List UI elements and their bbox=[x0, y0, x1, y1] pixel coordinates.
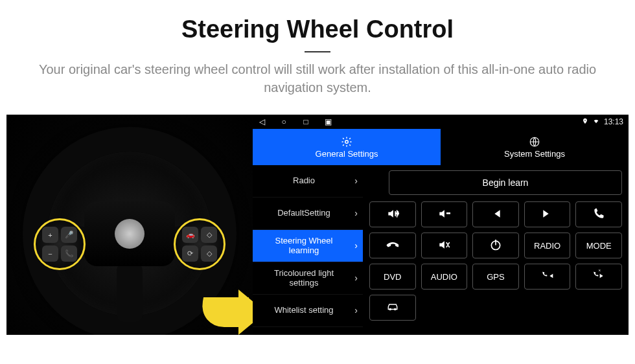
power-button[interactable] bbox=[472, 233, 519, 258]
car-icon bbox=[386, 301, 400, 315]
device-screen: ◁ ○ □ ▣ 13:13 bbox=[253, 115, 629, 335]
begin-learn-label: Begin learn bbox=[483, 177, 529, 188]
next-icon bbox=[541, 207, 554, 222]
vol-up-button[interactable]: + bbox=[369, 201, 416, 227]
location-icon bbox=[582, 117, 588, 126]
mute-icon bbox=[437, 238, 450, 253]
sidebar-label: Steering Wheel learning bbox=[259, 236, 349, 256]
wheel-btn-plus: + bbox=[42, 227, 58, 243]
back-icon[interactable]: ◁ bbox=[258, 117, 266, 126]
car-button[interactable] bbox=[369, 295, 416, 321]
dvd-button[interactable]: DVD bbox=[369, 264, 416, 290]
page-subtitle: Your original car's steering wheel contr… bbox=[26, 60, 609, 97]
screenshot-icon[interactable]: ▣ bbox=[324, 117, 332, 126]
tab-general-label: General Settings bbox=[316, 149, 378, 159]
sidebar: Radio › DefaultSetting › Steering Wheel … bbox=[253, 165, 363, 335]
mute-button[interactable] bbox=[421, 233, 468, 258]
tab-system-settings[interactable]: System Settings bbox=[441, 129, 629, 165]
svg-point-6 bbox=[394, 308, 395, 310]
gps-button[interactable]: GPS bbox=[472, 264, 519, 290]
wheel-btn-diamond2: ◇ bbox=[201, 245, 217, 262]
phone-prev-icon bbox=[541, 269, 554, 284]
audio-button[interactable]: AUDIO bbox=[421, 264, 468, 290]
next-track-button[interactable] bbox=[524, 201, 571, 227]
sidebar-item-steering-wheel[interactable]: Steering Wheel learning › bbox=[253, 230, 363, 262]
vol-down-icon: − bbox=[437, 207, 450, 222]
sidebar-item-whitelist[interactable]: Whitelist setting › bbox=[253, 295, 363, 327]
status-time: 13:13 bbox=[604, 117, 623, 126]
status-bar: ◁ ○ □ ▣ 13:13 bbox=[253, 115, 629, 129]
hangup-button[interactable] bbox=[369, 233, 416, 258]
phone-next-icon bbox=[592, 269, 605, 284]
vol-up-icon: + bbox=[386, 207, 399, 222]
power-icon bbox=[489, 238, 502, 253]
function-button-grid: +−RADIOMODEDVDAUDIOGPS bbox=[369, 201, 622, 290]
svg-point-5 bbox=[389, 308, 391, 310]
sidebar-item-tricoloured[interactable]: Tricoloured light settings › bbox=[253, 262, 363, 295]
svg-point-0 bbox=[345, 140, 349, 143]
sidebar-label: Tricoloured light settings bbox=[259, 269, 349, 288]
tab-general-settings[interactable]: General Settings bbox=[253, 129, 441, 165]
wheel-btn-car: 🚗 bbox=[182, 227, 198, 243]
chevron-right-icon: › bbox=[354, 273, 358, 283]
home-icon[interactable]: ○ bbox=[280, 117, 288, 126]
main-panel: Begin learn +−RADIOMODEDVDAUDIOGPS bbox=[363, 165, 629, 335]
sidebar-label: DefaultSetting bbox=[277, 209, 330, 218]
wheel-btn-voice: 🎤 bbox=[61, 227, 77, 243]
chevron-right-icon: › bbox=[354, 176, 358, 186]
gear-icon bbox=[341, 136, 352, 148]
header: Steering Wheel Control Your original car… bbox=[0, 0, 635, 103]
page-title: Steering Wheel Control bbox=[26, 16, 609, 43]
sidebar-item-radio[interactable]: Radio › bbox=[253, 165, 363, 198]
steering-wheel-image: + 🎤 − 📞 🚗 ◇ ⟳ ◇ bbox=[6, 115, 253, 335]
mode-button[interactable]: MODE bbox=[575, 233, 622, 258]
begin-learn-button[interactable]: Begin learn bbox=[389, 170, 622, 195]
title-divider bbox=[305, 51, 330, 52]
sidebar-item-default[interactable]: DefaultSetting › bbox=[253, 198, 363, 230]
wheel-btn-phone: 📞 bbox=[61, 245, 77, 262]
wheel-btn-rotate: ⟳ bbox=[182, 245, 198, 262]
wheel-left-buttons: + 🎤 − 📞 bbox=[34, 218, 86, 270]
call-prev-button[interactable] bbox=[524, 264, 571, 290]
wheel-hub bbox=[84, 201, 175, 266]
sidebar-label: Radio bbox=[293, 176, 315, 186]
wheel-right-buttons: 🚗 ◇ ⟳ ◇ bbox=[174, 218, 225, 270]
recent-icon[interactable]: □ bbox=[302, 117, 310, 126]
prev-track-button[interactable] bbox=[472, 201, 519, 227]
call-next-button[interactable] bbox=[575, 264, 622, 290]
chevron-right-icon: › bbox=[354, 208, 358, 218]
hangup-icon bbox=[386, 238, 399, 253]
wifi-icon bbox=[592, 117, 600, 126]
chevron-right-icon: › bbox=[354, 305, 358, 315]
svg-text:−: − bbox=[447, 209, 451, 217]
wheel-spoke-bottom bbox=[117, 264, 143, 322]
wheel-btn-diamond1: ◇ bbox=[201, 227, 217, 243]
svg-text:+: + bbox=[396, 210, 399, 217]
wheel-btn-minus: − bbox=[42, 245, 58, 262]
call-button[interactable] bbox=[575, 201, 622, 227]
sidebar-label: Whitelist setting bbox=[274, 306, 333, 315]
vol-down-button[interactable]: − bbox=[421, 201, 468, 227]
phone-icon bbox=[592, 207, 605, 222]
globe-icon bbox=[529, 136, 540, 148]
tab-system-label: System Settings bbox=[504, 149, 565, 159]
prev-icon bbox=[489, 207, 502, 222]
radio-button[interactable]: RADIO bbox=[524, 233, 571, 258]
chevron-right-icon: › bbox=[354, 240, 358, 251]
tabs: General Settings System Settings bbox=[253, 129, 629, 165]
